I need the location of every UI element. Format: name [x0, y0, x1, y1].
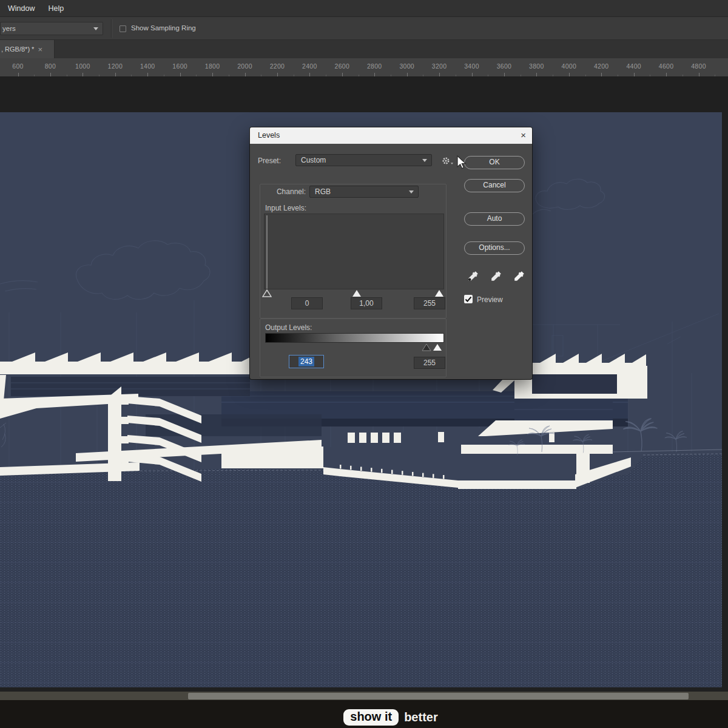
histogram[interactable] — [264, 214, 444, 289]
preview-checkbox[interactable] — [464, 295, 473, 303]
ruler-label: 3000 — [399, 62, 414, 70]
ok-button[interactable]: OK — [464, 156, 525, 169]
input-black-field[interactable]: 0 — [291, 297, 323, 309]
output-black-selected-text: 243 — [298, 357, 314, 366]
ruler-label: 2200 — [270, 62, 285, 70]
cancel-button[interactable]: Cancel — [464, 179, 525, 192]
output-black-field[interactable]: 243 — [289, 355, 324, 368]
document-tab[interactable]: , RGB/8*) * × — [0, 40, 55, 58]
chevron-down-icon — [422, 159, 427, 162]
ruler: 6008001000120014001600180020002200240026… — [0, 58, 728, 77]
close-icon[interactable]: × — [521, 130, 526, 140]
input-white-field[interactable]: 255 — [414, 297, 445, 309]
document-tab-title: , RGB/8*) * — [0, 46, 34, 53]
ruler-label: 3800 — [529, 62, 544, 70]
menu-help[interactable]: Help — [41, 0, 70, 17]
dialog-title-bar[interactable]: Levels × — [250, 127, 532, 144]
sample-layers-value: yers — [1, 25, 16, 32]
show-sampling-ring-label: Show Sampling Ring — [131, 24, 196, 32]
tool-options-bar: yers Show Sampling Ring — [0, 17, 728, 40]
preset-value: Custom — [296, 156, 326, 164]
preview-check-icon — [464, 295, 473, 303]
input-gamma-slider[interactable] — [352, 289, 362, 297]
channel-label: Channel: — [269, 187, 306, 196]
ruler-label: 600 — [12, 62, 23, 70]
ruler-label: 4000 — [562, 62, 577, 70]
input-black-slider[interactable] — [262, 289, 272, 297]
preview-label: Preview — [477, 295, 503, 304]
options-button[interactable]: Options... — [464, 241, 525, 255]
output-white-slider[interactable] — [433, 343, 442, 351]
menu-bar: Window Help — [0, 0, 728, 17]
white-point-eyedropper-icon[interactable] — [513, 270, 525, 282]
ruler-label: 800 — [45, 62, 56, 70]
levels-dialog: Levels × Preset: Custom OK Cancel Auto O… — [250, 127, 532, 379]
output-black-slider[interactable] — [422, 343, 431, 351]
chevron-down-icon — [409, 190, 414, 194]
watermark-badge: show it — [343, 709, 399, 726]
mouse-cursor — [457, 155, 468, 170]
input-white-slider[interactable] — [434, 289, 444, 297]
sample-layers-dropdown[interactable]: yers — [0, 22, 103, 35]
ruler-label: 3400 — [464, 62, 479, 70]
auto-button[interactable]: Auto — [464, 212, 525, 226]
ruler-label: 2000 — [237, 62, 252, 70]
menu-window[interactable]: Window — [1, 0, 41, 17]
ruler-label: 4800 — [691, 62, 706, 70]
ruler-label: 1400 — [140, 62, 155, 70]
input-levels-label: Input Levels: — [265, 204, 306, 212]
options-divider — [111, 19, 112, 38]
output-levels-label: Output Levels: — [265, 323, 312, 332]
document-tab-bar: , RGB/8*) * × — [0, 40, 728, 58]
right-building-window-band — [532, 374, 617, 394]
ruler-label: 3200 — [432, 62, 447, 70]
close-icon[interactable]: × — [38, 45, 42, 54]
dialog-body: Preset: Custom OK Cancel Auto Options...… — [250, 144, 532, 379]
preset-dropdown[interactable]: Custom — [295, 154, 432, 166]
watermark-suffix: better — [404, 710, 438, 724]
channel-value: RGB — [310, 187, 331, 196]
ruler-label: 2800 — [367, 62, 382, 70]
ruler-label: 1200 — [108, 62, 123, 70]
channel-dropdown[interactable]: RGB — [309, 186, 419, 198]
ruler-label: 4200 — [594, 62, 609, 70]
ruler-label: 2400 — [302, 62, 317, 70]
chevron-down-icon — [93, 27, 98, 30]
ruler-label: 1600 — [172, 62, 187, 70]
show-sampling-ring-checkbox[interactable] — [120, 25, 126, 32]
gear-icon[interactable] — [441, 156, 454, 167]
preset-label: Preset: — [258, 157, 281, 165]
ruler-label: 3600 — [497, 62, 512, 70]
horizontal-scrollbar[interactable] — [0, 692, 728, 700]
photoshop-window: Window Help yers Show Sampling Ring , RG… — [0, 0, 728, 728]
watermark: show it better — [27, 709, 728, 726]
input-gamma-field[interactable]: 1,00 — [351, 297, 382, 309]
output-white-field[interactable]: 255 — [414, 357, 445, 369]
ruler-label: 1000 — [75, 62, 90, 70]
dialog-title: Levels — [258, 131, 280, 140]
ruler-label: 2600 — [335, 62, 350, 70]
black-point-eyedropper-icon[interactable] — [467, 270, 479, 282]
histogram-spike — [266, 215, 268, 289]
output-gradient-bar[interactable] — [265, 333, 444, 343]
gray-point-eyedropper-icon[interactable] — [490, 270, 502, 282]
scrollbar-thumb[interactable] — [188, 693, 689, 699]
ruler-label: 1800 — [205, 62, 220, 70]
ground-hatch — [0, 454, 722, 687]
ruler-label: 4400 — [626, 62, 641, 70]
ruler-label: 4600 — [659, 62, 674, 70]
